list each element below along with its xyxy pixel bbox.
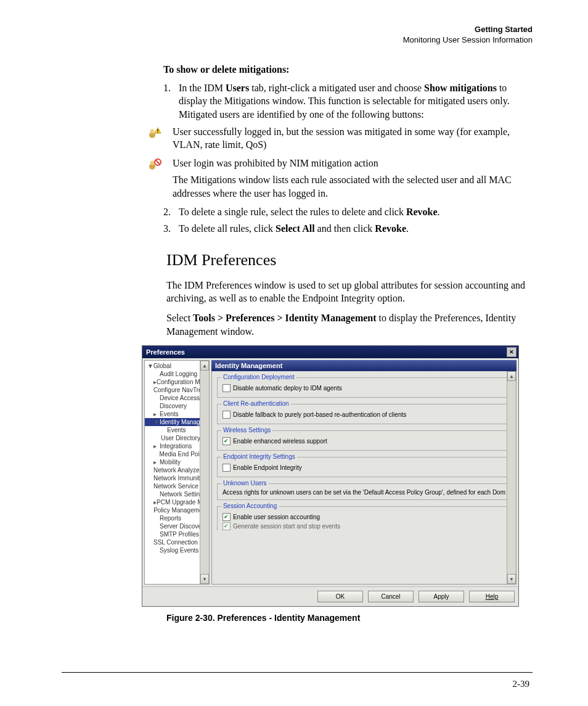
checkbox-enable-wireless[interactable]: ✔: [223, 437, 231, 445]
mitigation-icon-1-text: User successfully logged in, but the ses…: [173, 125, 533, 152]
scroll-down-icon[interactable]: ▼: [507, 574, 516, 584]
ok-button[interactable]: OK: [317, 591, 363, 602]
scroll-up-icon[interactable]: ▲: [200, 361, 209, 371]
figure-caption: Figure 2-30. Preferences - Identity Mana…: [166, 613, 533, 623]
group-config-deployment: Configuration Deployment Disable automat…: [217, 377, 511, 398]
group-unknown-users: Unknown Users Access rights for unknown …: [217, 483, 511, 500]
checkbox-enable-endpoint-integrity[interactable]: [223, 464, 231, 472]
subhead: To show or delete mitigations:: [163, 64, 533, 75]
group-wireless: Wireless Settings ✔ Enable enhanced wire…: [217, 430, 511, 451]
checkbox-generate-session-events[interactable]: ✔: [223, 522, 231, 530]
svg-line-8: [156, 160, 160, 164]
after-icons-text: The Mitigations window lists each rule a…: [173, 173, 533, 200]
checkbox-disable-fallback[interactable]: [223, 411, 231, 419]
step-3: 3. To delete all rules, click Select All…: [163, 222, 533, 236]
user-mitigated-icon: [136, 125, 173, 139]
step-1: 1. In the IDM Users tab, right-click a m…: [163, 81, 533, 121]
mitigation-icon-row-2: User login was prohibited by NIM mitigat…: [62, 157, 533, 200]
checkbox-disable-auto-deploy[interactable]: [223, 384, 231, 392]
dialog-buttons: OK Cancel Apply Help: [142, 586, 518, 606]
group-session-accounting: Session Accounting ✔ Enable user session…: [217, 506, 511, 530]
svg-rect-3: [157, 129, 158, 131]
tree-scrollbar[interactable]: ▲ ▼: [200, 361, 209, 584]
preferences-dialog: Preferences ✕ ▼GlobalAudit Logging▸Confi…: [142, 345, 519, 607]
footer-rule: [62, 672, 533, 673]
heading-idm-preferences: IDM Preferences: [166, 251, 533, 269]
svg-point-1: [150, 129, 155, 133]
paragraph-2: Select Tools > Preferences > Identity Ma…: [166, 311, 533, 338]
scroll-up-icon[interactable]: ▲: [507, 371, 516, 381]
dialog-title: Preferences: [146, 348, 185, 356]
right-scrollbar[interactable]: ▲ ▼: [507, 371, 516, 584]
checkbox-enable-session-accounting[interactable]: ✔: [223, 513, 231, 521]
page-number: 2-39: [0, 679, 588, 702]
svg-rect-4: [157, 132, 158, 133]
mitigation-icon-row-1: User successfully logged in, but the ses…: [62, 125, 533, 152]
mitigation-icon-2-text: User login was prohibited by NIM mitigat…: [173, 157, 533, 170]
scroll-down-icon[interactable]: ▼: [200, 574, 209, 584]
svg-point-6: [150, 160, 155, 165]
header-chapter: Getting Started: [62, 25, 533, 35]
paragraph-1: The IDM Preferences window is used to se…: [166, 279, 533, 305]
apply-button[interactable]: Apply: [419, 591, 464, 602]
tree-pane[interactable]: ▼GlobalAudit Logging▸Configuration Manag…: [144, 360, 210, 585]
user-prohibited-icon: [136, 157, 173, 170]
help-button[interactable]: Help: [469, 591, 515, 602]
step-2: 2. To delete a single rule, select the r…: [163, 205, 533, 219]
close-icon[interactable]: ✕: [507, 347, 517, 357]
right-pane-body: Configuration Deployment Disable automat…: [211, 371, 517, 585]
cancel-button[interactable]: Cancel: [368, 591, 414, 602]
dialog-titlebar[interactable]: Preferences ✕: [142, 346, 518, 358]
page-header: Getting Started Monitoring User Session …: [62, 25, 533, 46]
header-section: Monitoring User Session Information: [62, 35, 533, 46]
group-endpoint-integrity: Endpoint Integrity Settings Enable Endpo…: [217, 457, 511, 477]
right-pane-title: Identity Management: [211, 360, 517, 371]
group-client-reauth: Client Re-authentication Disable fallbac…: [217, 404, 511, 424]
